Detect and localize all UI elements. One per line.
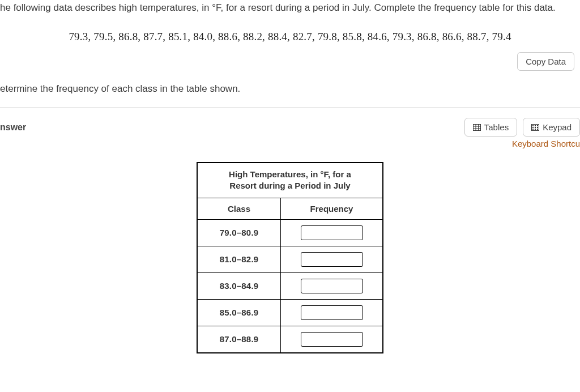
svg-rect-11 [537, 127, 538, 128]
frequency-input-0[interactable] [301, 225, 363, 240]
svg-rect-0 [473, 124, 480, 130]
svg-rect-14 [537, 129, 538, 130]
table-row: 83.0–84.9 [197, 272, 383, 299]
answer-heading: nswer [0, 122, 26, 133]
table-row: 85.0–86.9 [197, 299, 383, 326]
data-values: 79.3, 79.5, 86.8, 87.7, 85.1, 84.0, 88.6… [0, 31, 580, 43]
table-row: 81.0–82.9 [197, 246, 383, 272]
svg-rect-8 [537, 125, 538, 126]
frequency-table: High Temperatures, in °F, for a Resort d… [197, 162, 383, 353]
question-intro: he following data describes high tempera… [0, 0, 580, 20]
class-cell: 83.0–84.9 [197, 272, 281, 299]
table-row: 79.0–80.9 [197, 219, 383, 246]
frequency-input-4[interactable] [301, 332, 363, 347]
class-cell: 85.0–86.9 [197, 299, 281, 326]
keypad-icon [531, 124, 539, 131]
section-divider [0, 107, 580, 108]
frequency-input-3[interactable] [301, 305, 363, 320]
table-title: High Temperatures, in °F, for a Resort d… [197, 163, 383, 198]
col-header-frequency: Frequency [281, 198, 383, 219]
table-title-line2: Resort during a Period in July [229, 181, 350, 190]
svg-rect-6 [532, 125, 534, 126]
svg-rect-13 [535, 129, 536, 130]
instruction-text: etermine the frequency of each class in … [0, 83, 580, 95]
class-cell: 81.0–82.9 [197, 246, 281, 272]
frequency-input-1[interactable] [301, 252, 363, 267]
svg-rect-9 [532, 127, 534, 128]
copy-data-button[interactable]: Copy Data [517, 52, 574, 71]
table-row: 87.0–88.9 [197, 326, 383, 353]
class-cell: 87.0–88.9 [197, 326, 281, 353]
class-cell: 79.0–80.9 [197, 219, 281, 246]
svg-rect-7 [535, 125, 536, 126]
table-icon [473, 124, 481, 131]
keypad-button[interactable]: Keypad [523, 118, 580, 137]
svg-rect-12 [532, 129, 534, 130]
col-header-class: Class [197, 198, 281, 219]
tables-label: Tables [484, 123, 509, 131]
frequency-input-2[interactable] [301, 279, 363, 293]
keypad-label: Keypad [543, 123, 572, 131]
copy-data-label: Copy Data [526, 57, 566, 66]
table-title-line1: High Temperatures, in °F, for a [229, 169, 351, 179]
keyboard-shortcuts-link[interactable]: Keyboard Shortcu [512, 139, 580, 148]
svg-rect-10 [535, 127, 536, 128]
tables-button[interactable]: Tables [464, 118, 517, 137]
